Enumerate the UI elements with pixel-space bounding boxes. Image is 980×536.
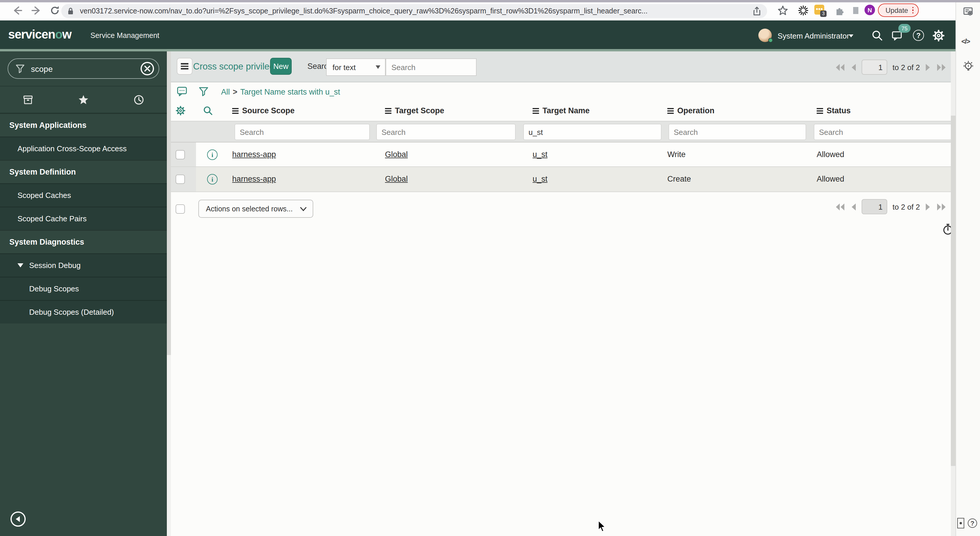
navigator-scrollbar-thumb[interactable] xyxy=(167,51,171,355)
global-search-icon[interactable] xyxy=(872,30,883,41)
column-title: Operation xyxy=(677,106,714,115)
nav-module-scoped-cache-pairs[interactable]: Scoped Cache Pairs xyxy=(0,207,167,230)
nav-label: Debug Scopes xyxy=(29,284,79,293)
browser-update-button[interactable]: Update xyxy=(878,3,919,17)
row-checkbox[interactable] xyxy=(176,150,185,160)
code-console-icon[interactable]: </> xyxy=(961,37,973,49)
navigator-filter-input[interactable] xyxy=(30,63,141,74)
reading-list-panel-icon[interactable] xyxy=(963,6,974,18)
chevron-down-icon xyxy=(300,206,307,211)
first-page-button[interactable] xyxy=(835,203,845,211)
nav-module-session-debug[interactable]: Session Debug xyxy=(0,254,167,277)
previous-page-button[interactable] xyxy=(851,203,856,211)
nav-label: Application Cross-Scope Access xyxy=(18,144,127,153)
cell-source-scope-link[interactable]: harness-app xyxy=(232,175,276,183)
tab-history[interactable] xyxy=(111,86,167,113)
list-chat-icon[interactable] xyxy=(177,86,187,97)
user-menu[interactable]: System Administrator xyxy=(778,32,850,40)
tab-all-applications[interactable] xyxy=(0,86,56,113)
last-page-button[interactable] xyxy=(936,203,946,211)
nav-app-system-diagnostics[interactable]: System Diagnostics xyxy=(0,230,167,254)
browser-forward-button[interactable] xyxy=(30,5,42,16)
extension-spinner-icon[interactable] xyxy=(798,5,808,16)
filter-input-target-name[interactable] xyxy=(523,124,662,140)
column-menu-icon[interactable] xyxy=(232,108,239,113)
first-page-button[interactable] xyxy=(835,63,845,71)
nav-module-application-cross-scope-access[interactable]: Application Cross-Scope Access xyxy=(0,137,167,160)
row-range-label: to 2 of 2 xyxy=(892,63,920,72)
extensions-puzzle-icon[interactable] xyxy=(834,5,845,16)
select-all-checkbox[interactable] xyxy=(176,204,185,214)
column-menu-icon[interactable] xyxy=(533,108,539,113)
nav-module-scoped-caches[interactable]: Scoped Caches xyxy=(0,183,167,207)
bookmark-star-icon[interactable] xyxy=(777,5,789,16)
cell-target-name-link[interactable]: u_st xyxy=(533,175,547,183)
previous-page-button[interactable] xyxy=(851,63,856,71)
column-menu-icon[interactable] xyxy=(817,108,823,113)
page-row-input[interactable] xyxy=(862,59,887,75)
extension-notes-icon[interactable]: 3 xyxy=(815,5,824,14)
navigator-scrollbar[interactable] xyxy=(167,51,171,536)
browser-reload-button[interactable] xyxy=(49,5,60,16)
user-avatar[interactable] xyxy=(758,29,772,42)
page-row-input[interactable] xyxy=(862,199,887,214)
idea-lightbulb-icon[interactable] xyxy=(963,61,974,72)
column-header-operation[interactable]: Operation xyxy=(667,106,714,115)
tab-favorites[interactable] xyxy=(56,86,111,113)
cell-target-name-link[interactable]: u_st xyxy=(533,150,547,159)
help-icon[interactable]: ? xyxy=(913,30,924,41)
filter-input-status[interactable] xyxy=(814,124,952,140)
next-page-button[interactable] xyxy=(925,203,931,211)
expanded-caret-icon[interactable] xyxy=(18,263,23,267)
nav-app-system-definition[interactable]: System Definition xyxy=(0,160,167,183)
list-search-input[interactable] xyxy=(386,58,477,76)
column-header-target-name[interactable]: Target Name xyxy=(533,106,590,115)
column-header-status[interactable]: Status xyxy=(817,106,851,115)
cell-target-scope-link[interactable]: Global xyxy=(385,150,408,159)
nav-module-debug-scopes-detailed[interactable]: Debug Scopes (Detailed) xyxy=(0,300,167,324)
list-controls-menu-button[interactable] xyxy=(177,58,192,75)
breadcrumb-filter-link[interactable]: Target Name starts with u_st xyxy=(240,87,340,96)
nav-app-system-applications[interactable]: System Applications xyxy=(0,113,167,137)
browser-menu-kebab-icon[interactable] xyxy=(912,7,913,14)
scroll-handle-icon[interactable] xyxy=(957,518,964,528)
cell-source-scope-link[interactable]: harness-app xyxy=(232,150,276,159)
user-menu-caret-icon[interactable] xyxy=(849,34,853,37)
row-checkbox[interactable] xyxy=(176,175,185,184)
page-help-icon[interactable]: ? xyxy=(968,518,977,528)
column-header-target-scope[interactable]: Target Scope xyxy=(385,106,444,115)
record-preview-icon[interactable]: i xyxy=(207,174,218,185)
settings-gear-icon[interactable] xyxy=(933,30,944,41)
list-scrollbar[interactable] xyxy=(951,51,956,536)
column-search-toggle-icon[interactable] xyxy=(203,106,213,116)
cell-target-scope-link[interactable]: Global xyxy=(385,175,408,183)
collapse-navigator-button[interactable] xyxy=(11,512,25,526)
servicenow-logo[interactable]: servicenow xyxy=(8,27,72,41)
browser-profile-avatar[interactable]: N xyxy=(864,5,875,15)
actions-on-selected-rows-select[interactable]: Actions on selected rows... xyxy=(198,200,313,218)
nav-module-debug-scopes[interactable]: Debug Scopes xyxy=(0,277,167,300)
personalize-list-gear-icon[interactable] xyxy=(176,106,186,116)
filter-input-target-scope[interactable] xyxy=(376,124,515,140)
next-page-button[interactable] xyxy=(925,63,931,71)
column-header-source-scope[interactable]: Source Scope xyxy=(232,106,294,115)
last-page-button[interactable] xyxy=(936,63,946,71)
navigator-filter[interactable] xyxy=(8,58,159,79)
clear-filter-icon[interactable] xyxy=(141,62,154,75)
address-bar[interactable] xyxy=(61,4,767,18)
filter-input-operation[interactable] xyxy=(668,124,806,140)
browser-back-button[interactable] xyxy=(12,5,23,16)
list-scrollbar-thumb[interactable] xyxy=(951,116,956,466)
url-input[interactable] xyxy=(79,6,752,16)
column-menu-icon[interactable] xyxy=(667,108,674,113)
filter-icon[interactable] xyxy=(199,86,208,97)
side-panel-toggle-icon[interactable] xyxy=(851,5,861,16)
new-record-button[interactable]: New xyxy=(270,58,292,75)
filter-input-source-scope[interactable] xyxy=(234,124,370,140)
search-type-select[interactable]: for text xyxy=(326,58,386,76)
logo-text-end: w xyxy=(62,27,72,41)
breadcrumb-all-link[interactable]: All xyxy=(221,87,230,96)
share-icon[interactable] xyxy=(752,6,761,16)
record-preview-icon[interactable]: i xyxy=(207,150,218,160)
column-menu-icon[interactable] xyxy=(385,108,391,113)
